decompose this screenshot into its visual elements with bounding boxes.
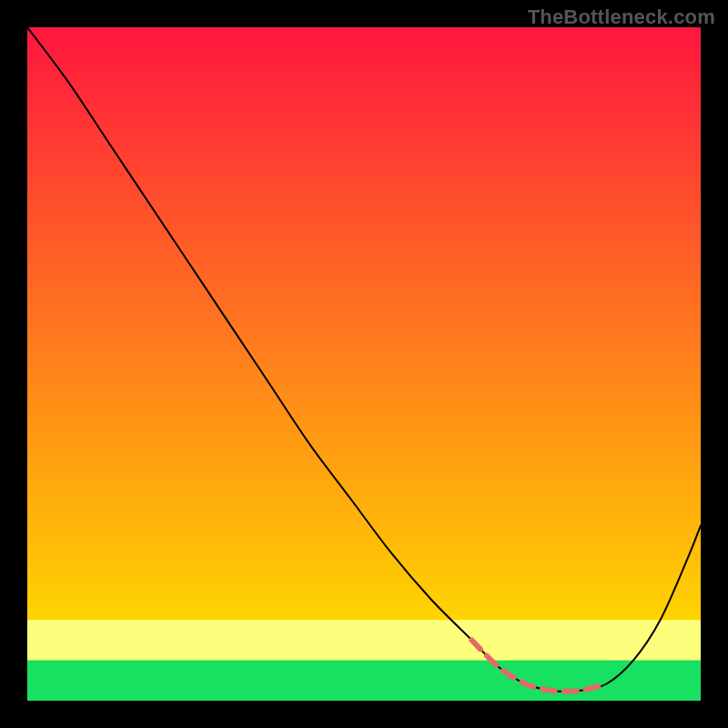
watermark-text: TheBottleneck.com [528, 5, 715, 29]
svg-rect-219 [27, 620, 701, 661]
svg-rect-220 [27, 661, 701, 701]
gradient-background [27, 27, 701, 701]
chart-stage: TheBottleneck.com [0, 0, 728, 728]
bottleneck-chart [27, 27, 701, 701]
plot-area [27, 27, 701, 701]
